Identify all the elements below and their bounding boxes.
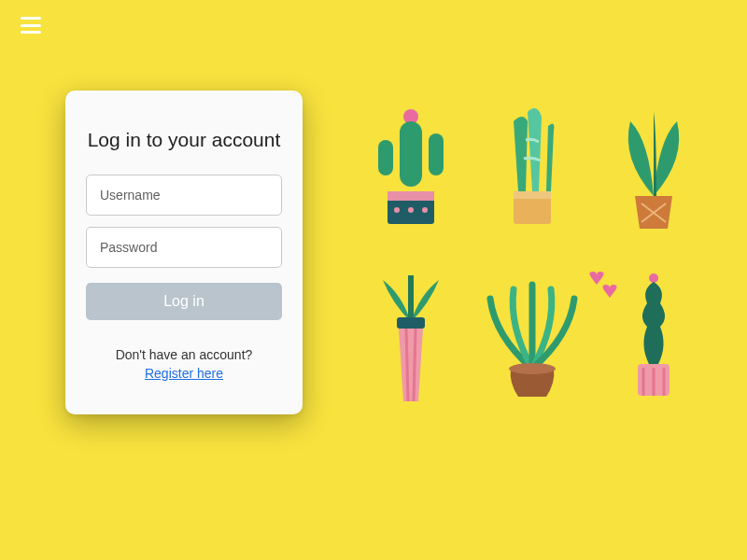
svg-rect-11 bbox=[397, 317, 425, 329]
svg-point-8 bbox=[422, 207, 428, 213]
spider-plant-icon bbox=[481, 271, 584, 411]
svg-rect-5 bbox=[388, 191, 434, 201]
svg-point-6 bbox=[394, 207, 400, 213]
fan-plant-icon bbox=[602, 103, 705, 243]
plants-illustration bbox=[355, 103, 710, 411]
svg-point-14 bbox=[509, 363, 556, 374]
svg-line-13 bbox=[414, 329, 416, 401]
svg-line-12 bbox=[406, 329, 408, 401]
tall-pot-plant-icon bbox=[359, 271, 462, 411]
username-input[interactable] bbox=[86, 175, 282, 216]
svg-rect-2 bbox=[378, 140, 393, 175]
login-button[interactable]: Log in bbox=[86, 283, 282, 320]
snake-plant-icon bbox=[481, 103, 584, 243]
login-card: Log in to your account Log in Don't have… bbox=[65, 91, 303, 414]
register-link[interactable]: Register here bbox=[145, 366, 223, 381]
password-input[interactable] bbox=[86, 227, 282, 268]
register-prompt: Don't have an account? bbox=[116, 346, 253, 365]
svg-rect-10 bbox=[514, 191, 551, 199]
svg-rect-1 bbox=[400, 121, 422, 187]
login-title: Log in to your account bbox=[88, 128, 281, 152]
svg-point-7 bbox=[408, 207, 414, 213]
heart-decoration-icon bbox=[584, 266, 621, 303]
svg-point-15 bbox=[649, 273, 658, 283]
cactus-plant-icon bbox=[359, 103, 462, 243]
svg-rect-3 bbox=[429, 133, 444, 175]
hamburger-menu-icon[interactable] bbox=[21, 17, 41, 34]
